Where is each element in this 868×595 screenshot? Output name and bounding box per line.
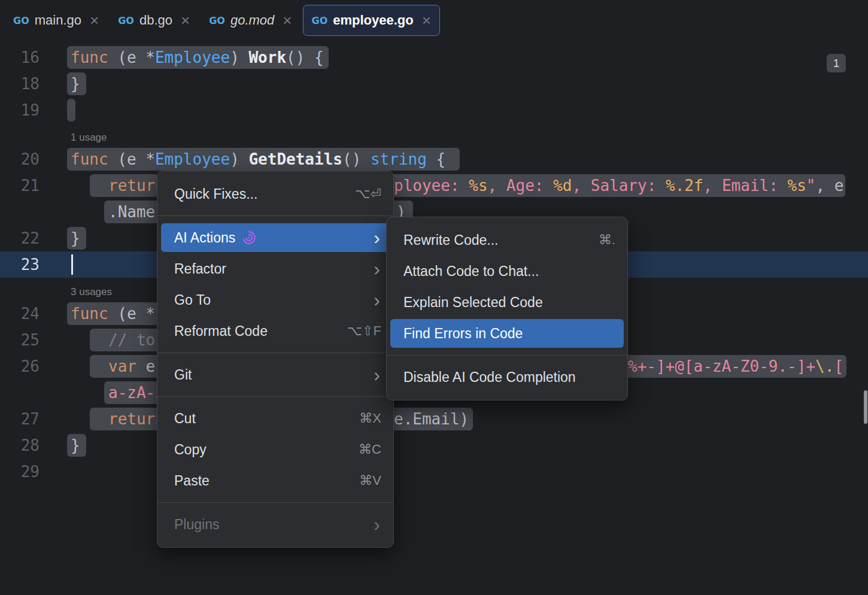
line-number: 28 bbox=[0, 432, 40, 459]
menu-item-label: Copy bbox=[174, 442, 207, 458]
code-text: a-zA-Z bbox=[108, 380, 165, 406]
menu-item-label: Git bbox=[174, 367, 192, 383]
menu-item-disable-ai-code-completion[interactable]: Disable AI Code Completion bbox=[390, 363, 624, 391]
menu-item-cut[interactable]: Cut⌘X bbox=[161, 404, 390, 433]
menu-item-label: Disable AI Code Completion bbox=[403, 369, 576, 385]
menu-item-label: Explain Selected Code bbox=[403, 295, 543, 311]
menu-item-plugins[interactable]: Plugins› bbox=[161, 510, 390, 539]
line-number: 18 bbox=[0, 71, 40, 97]
ide-window: GO main.go × GO db.go × GO go.mod × GO e… bbox=[0, 0, 868, 595]
line-number: 21 bbox=[0, 172, 40, 199]
code-text: } bbox=[71, 225, 80, 251]
menu-item-label: Paste bbox=[174, 473, 210, 489]
menu-item-refactor[interactable]: Refactor› bbox=[161, 254, 390, 283]
menu-shortcut: ⌘. bbox=[599, 232, 615, 248]
menu-shortcut: ⌥⇧F bbox=[347, 323, 381, 339]
menu-item-paste[interactable]: Paste⌘V bbox=[161, 466, 390, 495]
line-number: 20 bbox=[0, 146, 40, 172]
menu-separator bbox=[157, 215, 393, 216]
go-file-icon: GO bbox=[312, 15, 328, 26]
menu-item-label: Reformat Code bbox=[174, 323, 268, 339]
tab-label: main.go bbox=[35, 13, 81, 28]
code-text: return bbox=[108, 406, 165, 432]
menu-item-find-errors-in-code[interactable]: Find Errors in Code bbox=[390, 319, 624, 348]
editor-tab-bar: GO main.go × GO db.go × GO go.mod × GO e… bbox=[0, 0, 868, 41]
menu-separator bbox=[157, 502, 393, 503]
code-text: return bbox=[108, 172, 165, 199]
tab-main-go[interactable]: GO main.go × bbox=[5, 0, 107, 41]
code-text: } bbox=[71, 432, 80, 459]
menu-item-copy[interactable]: Copy⌘C bbox=[161, 435, 390, 464]
menu-item-reformat-code[interactable]: Reformat Code⌥⇧F bbox=[161, 317, 390, 345]
tab-label: db.go bbox=[139, 13, 172, 28]
code-text: %+-]+@[a-zA-Z0-9.-]+\.[ bbox=[628, 353, 843, 380]
menu-item-label: Plugins bbox=[174, 517, 219, 533]
inspections-badge[interactable]: 1 bbox=[827, 54, 846, 72]
ai-swirl-icon bbox=[241, 230, 257, 245]
tab-employee-go[interactable]: GO employee.go × bbox=[303, 5, 440, 36]
close-tab-icon[interactable]: × bbox=[181, 13, 190, 28]
scrollbar-thumb[interactable] bbox=[864, 390, 867, 424]
menu-item-label: Go To bbox=[174, 292, 211, 308]
code-text: e.Email) bbox=[394, 406, 469, 432]
selection-highlight bbox=[67, 99, 75, 122]
code-text: .Name bbox=[108, 199, 155, 225]
code-text: func (e *Employee) GetDetails() string { bbox=[71, 146, 445, 172]
submenu-arrow-icon: › bbox=[374, 515, 380, 534]
menu-separator bbox=[157, 396, 393, 397]
menu-separator bbox=[157, 353, 393, 353]
menu-item-attach-code-to-chat[interactable]: Attach Code to Chat... bbox=[390, 257, 624, 286]
tab-label: go.mod bbox=[230, 13, 274, 28]
line-number: 25 bbox=[0, 327, 40, 353]
tab-go-mod[interactable]: GO go.mod × bbox=[201, 0, 300, 41]
context-menu: Quick Fixes...⌥⏎AI Actions›Refactor›Go T… bbox=[157, 171, 394, 548]
menu-separator bbox=[387, 355, 627, 356]
ai-actions-submenu: Rewrite Code...⌘.Attach Code to Chat...E… bbox=[386, 217, 628, 400]
submenu-arrow-icon: › bbox=[374, 290, 380, 309]
close-tab-icon[interactable]: × bbox=[90, 13, 99, 28]
menu-item-quick-fixes[interactable]: Quick Fixes...⌥⏎ bbox=[161, 180, 390, 208]
menu-item-label: Find Errors in Code bbox=[403, 326, 523, 342]
submenu-arrow-icon: › bbox=[374, 365, 380, 384]
code-text: // to bbox=[108, 327, 155, 353]
line-number: 22 bbox=[0, 225, 40, 251]
menu-shortcut: ⌥⏎ bbox=[355, 186, 381, 202]
line-number: 24 bbox=[0, 300, 40, 327]
menu-item-go-to[interactable]: Go To› bbox=[161, 286, 390, 314]
menu-item-rewrite-code[interactable]: Rewrite Code...⌘. bbox=[390, 226, 624, 254]
line-number: 23 bbox=[0, 251, 40, 278]
line-number: 16 bbox=[0, 44, 40, 71]
text-caret bbox=[71, 254, 73, 275]
submenu-arrow-icon: › bbox=[374, 259, 380, 278]
code-text: ployee: %s, Age: %d, Salary: %.2f, Email… bbox=[394, 172, 843, 199]
go-file-icon: GO bbox=[118, 15, 134, 26]
go-file-icon: GO bbox=[209, 15, 225, 26]
menu-item-label: Quick Fixes... bbox=[174, 186, 257, 202]
submenu-arrow-icon: › bbox=[374, 228, 380, 247]
menu-shortcut: ⌘C bbox=[359, 442, 381, 457]
menu-item-label: Refactor bbox=[174, 261, 226, 277]
go-file-icon: GO bbox=[13, 15, 29, 26]
menu-item-label: AI Actions bbox=[174, 230, 235, 246]
line-number: 19 bbox=[0, 97, 40, 123]
close-tab-icon[interactable]: × bbox=[283, 13, 292, 28]
menu-item-label: Cut bbox=[174, 411, 196, 427]
line-number: 26 bbox=[0, 353, 40, 380]
line-number: 27 bbox=[0, 406, 40, 432]
menu-item-label: Attach Code to Chat... bbox=[403, 263, 539, 280]
menu-item-git[interactable]: Git› bbox=[161, 360, 390, 389]
code-text: } bbox=[71, 71, 80, 97]
tab-db-go[interactable]: GO db.go × bbox=[110, 0, 198, 41]
menu-item-explain-selected-code[interactable]: Explain Selected Code bbox=[390, 288, 624, 317]
menu-shortcut: ⌘V bbox=[359, 473, 381, 488]
tab-label: employee.go bbox=[333, 13, 413, 28]
code-text: func (e * bbox=[71, 300, 155, 327]
usage-annotation[interactable]: 1 usage bbox=[71, 132, 107, 144]
code-text: var e bbox=[108, 353, 155, 380]
close-tab-icon[interactable]: × bbox=[422, 13, 431, 28]
menu-item-ai-actions[interactable]: AI Actions› bbox=[161, 223, 390, 252]
code-text: func (e *Employee) Work() { bbox=[71, 44, 324, 71]
line-number: 29 bbox=[0, 459, 40, 485]
usage-annotation[interactable]: 3 usages bbox=[71, 286, 112, 298]
menu-shortcut: ⌘X bbox=[359, 411, 381, 426]
